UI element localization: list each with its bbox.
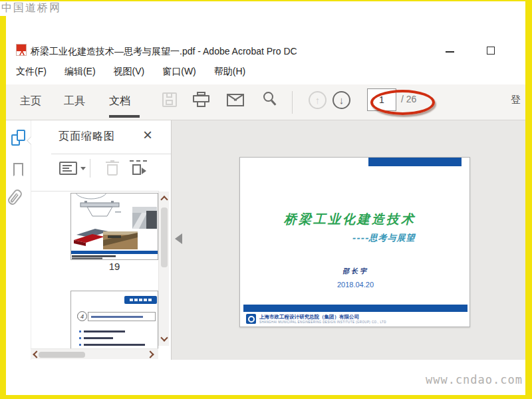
thumbnail-19-page-number: 19 xyxy=(70,261,158,272)
horizontal-scroll-thumb[interactable] xyxy=(39,352,85,358)
slide-author: 邵长宇 xyxy=(240,267,471,276)
trash-lid xyxy=(106,162,119,163)
company-logo-ring xyxy=(248,316,255,323)
frame-border-right xyxy=(525,0,532,399)
thumbnails-icon-front-page xyxy=(17,130,25,141)
thumbnail-page-19[interactable] xyxy=(70,193,158,260)
close-icon[interactable]: × xyxy=(143,126,152,144)
maximize-button[interactable] xyxy=(487,47,495,55)
pdf-page-1[interactable]: 桥梁工业化建造技术 ----思考与展望 邵长宇 2018.04.20 上海市政工… xyxy=(239,157,470,327)
window-title: 桥梁工业化建造技术—思考与展望一.pdf - Adobe Acrobat Pro… xyxy=(31,46,297,58)
active-tab-underline xyxy=(109,115,140,118)
print-icon-output xyxy=(197,101,205,107)
menu-bar: 文件(F) 编辑(E) 视图(V) 窗口(W) 帮助(H) xyxy=(16,66,245,80)
slide-section-badge xyxy=(124,296,157,304)
trash-body xyxy=(107,164,118,176)
slide-item-number: 4 xyxy=(77,311,87,321)
bookmarks-icon[interactable] xyxy=(13,163,23,176)
menu-file[interactable]: 文件(F) xyxy=(16,66,47,80)
panel-toolbar-separator xyxy=(90,159,90,178)
options-line xyxy=(63,165,72,166)
sidebar-rail xyxy=(6,120,31,360)
thumbnail-page-20[interactable]: 4 xyxy=(70,291,158,349)
tab-tools[interactable]: 工具 xyxy=(64,94,85,108)
collapse-panel-icon[interactable] xyxy=(175,233,182,244)
company-name-cn: 上海市政工程设计研究总院（集团）有限公司 xyxy=(259,314,359,321)
page-thumbnails-icon[interactable] xyxy=(11,130,29,147)
frame-border-left xyxy=(0,1,6,395)
thumbnail-19-artwork xyxy=(71,194,158,259)
site-watermark-top: 中国道桥网 xyxy=(0,1,73,16)
frame-border-top xyxy=(0,0,532,1)
vertical-scroll-thumb[interactable] xyxy=(161,207,168,267)
frame-border-bottom xyxy=(0,395,532,399)
extract-arrow xyxy=(142,168,146,174)
options-line xyxy=(63,170,72,172)
slide-heading-box xyxy=(88,312,156,321)
bullet-dot xyxy=(79,331,81,332)
search-icon[interactable] xyxy=(262,92,278,108)
slide-title: 桥梁工业化建造技术 xyxy=(240,211,460,228)
menu-help[interactable]: 帮助(H) xyxy=(214,66,245,80)
page-down-icon[interactable]: ↓ xyxy=(332,91,350,109)
menu-view[interactable]: 视图(V) xyxy=(114,66,145,80)
bullet-line xyxy=(84,344,145,346)
scroll-up-icon[interactable] xyxy=(160,196,168,203)
attachments-icon-inner xyxy=(10,193,19,203)
panel-title: 页面缩略图 xyxy=(59,130,115,144)
company-name-en: SHANGHAI MUNICIPAL ENGINEERING DESIGN IN… xyxy=(259,321,386,324)
save-icon-label xyxy=(166,100,173,105)
toolbar-separator xyxy=(292,91,293,114)
tab-home[interactable]: 主页 xyxy=(20,94,41,108)
trash-handle xyxy=(110,160,114,162)
attachments-icon[interactable] xyxy=(7,188,24,207)
menu-window[interactable]: 窗口(W) xyxy=(162,66,196,80)
options-line xyxy=(63,168,69,169)
bullet-dot xyxy=(79,344,81,346)
save-icon xyxy=(162,92,177,107)
panel-vertical-scrollbar[interactable] xyxy=(158,192,169,346)
slide-subtitle: ----思考与展望 xyxy=(352,232,416,244)
extract-page xyxy=(132,164,141,175)
minimize-icon xyxy=(446,51,454,53)
toolbar: 主页 工具 文档 ↑ ↓ / 26 登 xyxy=(6,84,525,120)
bullet-line xyxy=(84,337,113,339)
signin-label[interactable]: 登 xyxy=(511,94,521,106)
scroll-down-icon[interactable] xyxy=(160,334,168,341)
company-logo xyxy=(246,314,256,324)
thumbnail-options-icon[interactable] xyxy=(59,162,77,175)
bullet-line xyxy=(84,331,125,332)
save-icon-shutter xyxy=(166,94,172,98)
slide-date: 2018.04.20 xyxy=(240,281,471,289)
acrobat-icon-red-block xyxy=(17,45,26,51)
scroll-right-icon[interactable] xyxy=(146,350,154,358)
search-icon-handle xyxy=(271,100,277,105)
minimize-button[interactable] xyxy=(443,45,458,57)
print-icon[interactable] xyxy=(193,92,210,108)
extract-dash xyxy=(130,160,147,162)
page-up-icon: ↑ xyxy=(309,91,327,109)
extract-page-icon[interactable] xyxy=(130,159,147,176)
acrobat-icon-glyph xyxy=(19,51,25,55)
slide-top-bar xyxy=(368,158,462,166)
red-circle-annotation xyxy=(370,90,435,115)
thumbnail-panel: 页面缩略图 × xyxy=(31,120,172,360)
slide-bottom-bar xyxy=(243,305,467,312)
panel-horizontal-scrollbar[interactable] xyxy=(31,348,158,359)
email-icon[interactable] xyxy=(227,94,244,106)
tab-document[interactable]: 文档 xyxy=(109,94,130,108)
document-view: 桥梁工业化建造技术 ----思考与展望 邵长宇 2018.04.20 上海市政工… xyxy=(172,120,525,360)
panel-divider xyxy=(31,191,159,192)
delete-page-icon xyxy=(106,160,119,176)
site-watermark-bottom: www.cndao.com xyxy=(399,373,523,390)
chevron-down-icon[interactable] xyxy=(80,167,86,170)
panel-divider xyxy=(51,154,171,154)
acrobat-app-icon xyxy=(16,44,27,56)
menu-edit[interactable]: 编辑(E) xyxy=(65,66,96,80)
bullet-dot xyxy=(79,337,81,339)
email-icon-flap-right xyxy=(234,94,243,101)
